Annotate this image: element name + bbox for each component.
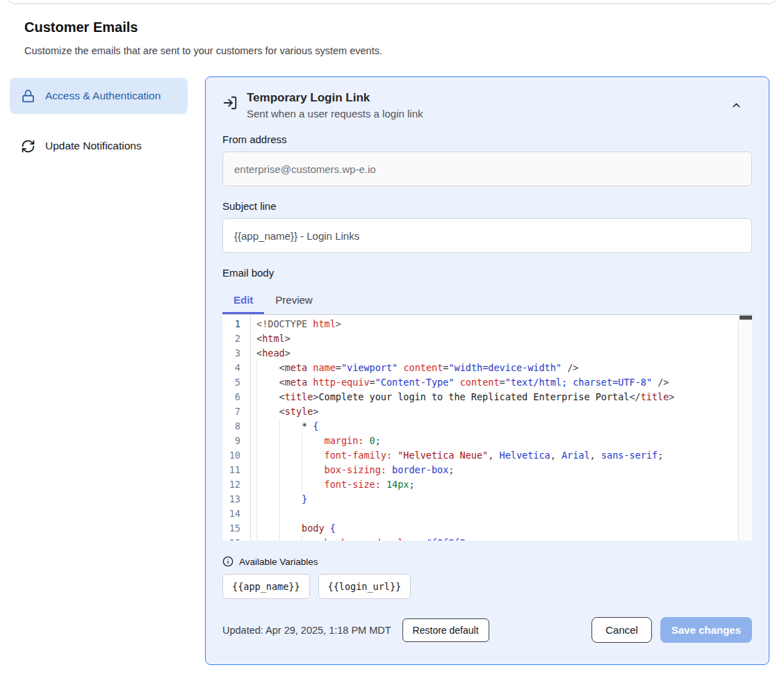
indent-guide — [279, 536, 302, 541]
code-line: <html> — [256, 331, 752, 346]
indent-guide — [256, 521, 279, 536]
indent-guide — [279, 521, 302, 536]
indent-guide — [279, 419, 302, 434]
from-address-label: From address — [222, 133, 752, 145]
code-line: margin: 0; — [256, 434, 752, 448]
page-title: Customer Emails — [24, 19, 138, 35]
code-line: } — [256, 492, 752, 507]
indent-guide — [302, 463, 325, 477]
line-number: 16 — [222, 536, 250, 541]
indent-guide — [279, 448, 302, 463]
editor-scrollbar-thumb[interactable] — [740, 315, 752, 320]
code-line: <meta name="viewport" content="width=dev… — [256, 361, 752, 375]
temporary-login-link-panel: Temporary Login Link Sent when a user re… — [205, 76, 769, 665]
code-line: background-color: #f8f8f8; — [256, 536, 752, 541]
code-line: <meta http-equiv="Content-Type" content=… — [256, 375, 752, 390]
code-line: font-size: 14px; — [256, 477, 752, 492]
sidebar-item-access-authentication[interactable]: Access & Authentication — [10, 78, 188, 114]
indent-guide — [256, 390, 279, 404]
previous-card-bottom-edge — [7, 0, 777, 4]
available-variables-row: Available Variables — [222, 556, 752, 567]
sidebar-item-label: Access & Authentication — [45, 88, 161, 104]
line-number: 12 — [222, 477, 250, 492]
code-line: <!DOCTYPE html> — [256, 317, 752, 331]
page-subtitle: Customize the emails that are sent to yo… — [24, 45, 382, 56]
indent-guide — [256, 463, 279, 477]
line-number: 1 — [222, 317, 250, 331]
line-number: 13 — [222, 492, 250, 507]
indent-guide — [256, 507, 279, 521]
code-editor: 12345678910111213141516 <!DOCTYPE html><… — [222, 314, 752, 541]
refresh-icon — [21, 139, 35, 154]
code-line: <style> — [256, 404, 752, 419]
indent-guide — [302, 536, 325, 541]
indent-guide — [279, 463, 302, 477]
line-number: 15 — [222, 521, 250, 536]
indent-guide — [256, 404, 279, 419]
code-line: font-family: "Helvetica Neue", Helvetica… — [256, 448, 752, 463]
indent-guide — [279, 492, 302, 507]
email-types-sidebar: Access & Authentication Update Notificat… — [10, 78, 188, 164]
subject-line-field[interactable] — [222, 218, 752, 253]
sidebar-item-update-notifications[interactable]: Update Notifications — [10, 128, 188, 164]
line-number: 14 — [222, 507, 250, 521]
lock-icon — [21, 89, 35, 104]
indent-guide — [256, 419, 279, 434]
line-number: 11 — [222, 463, 250, 477]
code-line: box-sizing: border-box; — [256, 463, 752, 477]
save-changes-button[interactable]: Save changes — [660, 617, 752, 643]
indent-guide — [256, 375, 279, 390]
variable-chip-app-name[interactable]: {{app_name}} — [222, 574, 310, 599]
code-line: <head> — [256, 346, 752, 361]
indent-guide — [256, 492, 279, 507]
chevron-up-icon[interactable] — [730, 99, 742, 111]
tab-edit[interactable]: Edit — [222, 288, 264, 314]
line-number: 7 — [222, 404, 250, 419]
panel-title: Temporary Login Link — [247, 91, 721, 105]
line-number: 8 — [222, 419, 250, 434]
restore-default-button[interactable]: Restore default — [402, 618, 489, 642]
variable-chip-login-url[interactable]: {{login_url}} — [318, 574, 411, 599]
subject-line-label: Subject line — [222, 200, 752, 212]
indent-guide — [256, 361, 279, 375]
code-line: * { — [256, 419, 752, 434]
indent-guide — [302, 448, 325, 463]
indent-guide — [279, 477, 302, 492]
sidebar-item-label: Update Notifications — [45, 138, 142, 154]
available-variables-label: Available Variables — [239, 557, 318, 567]
tab-preview[interactable]: Preview — [264, 288, 323, 314]
panel-subtitle: Sent when a user requests a login link — [247, 108, 721, 120]
line-number: 5 — [222, 375, 250, 390]
line-number: 6 — [222, 390, 250, 404]
updated-timestamp: Updated: Apr 29, 2025, 1:18 PM MDT — [222, 625, 391, 636]
indent-guide — [256, 536, 279, 541]
code-line — [256, 507, 752, 521]
indent-guide — [302, 477, 325, 492]
from-address-field[interactable] — [222, 151, 752, 186]
code-line: <title>Complete your login to the Replic… — [256, 390, 752, 404]
line-number: 2 — [222, 331, 250, 346]
panel-header-text: Temporary Login Link Sent when a user re… — [247, 91, 721, 120]
line-number: 10 — [222, 448, 250, 463]
email-body-tabs: Edit Preview — [222, 288, 752, 314]
panel-footer: Updated: Apr 29, 2025, 1:18 PM MDT Resto… — [222, 617, 752, 643]
editor-code-area[interactable]: <!DOCTYPE html><html><head><meta name="v… — [251, 315, 752, 541]
indent-guide — [279, 507, 302, 521]
editor-scrollbar-track[interactable] — [738, 315, 752, 541]
panel-header: Temporary Login Link Sent when a user re… — [222, 91, 752, 120]
email-body-label: Email body — [222, 267, 752, 279]
variable-chips: {{app_name}} {{login_url}} — [222, 574, 752, 599]
line-number: 4 — [222, 361, 250, 375]
line-number: 9 — [222, 434, 250, 448]
indent-guide — [302, 434, 325, 448]
editor-line-numbers: 12345678910111213141516 — [222, 315, 251, 541]
cancel-button[interactable]: Cancel — [591, 617, 652, 643]
indent-guide — [256, 477, 279, 492]
code-line: body { — [256, 521, 752, 536]
indent-guide — [256, 434, 279, 448]
line-number: 3 — [222, 346, 250, 361]
info-icon — [222, 556, 234, 567]
login-icon — [222, 95, 238, 110]
indent-guide — [256, 448, 279, 463]
indent-guide — [279, 434, 302, 448]
